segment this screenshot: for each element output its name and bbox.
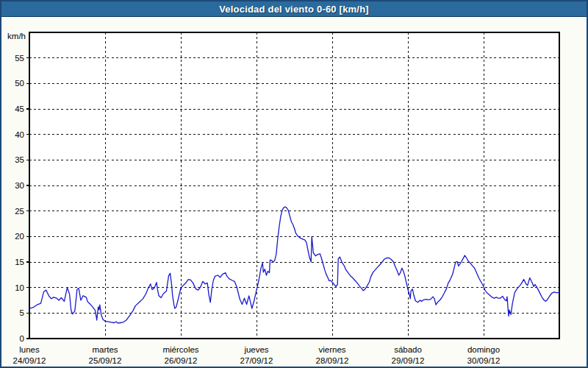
y-tick-label: 40 — [15, 130, 24, 139]
y-tick-label: 55 — [15, 54, 24, 63]
x-axis-date-label: 26/09/12 — [165, 356, 198, 365]
y-tick-label: 10 — [15, 283, 24, 292]
y-tick-label: 35 — [15, 155, 24, 164]
y-axis-unit-label: km/h — [7, 32, 26, 40]
y-tick-label: 5 — [20, 308, 24, 317]
y-tick-label: 20 — [15, 232, 24, 241]
window-title: Velocidad del viento 0-60 [km/h] — [219, 4, 369, 15]
y-tick-label: 0 — [20, 334, 24, 343]
x-axis-day-label: lunes — [19, 345, 40, 354]
y-tick-label: 50 — [15, 79, 24, 88]
wind-speed-chart: 0510152025303540455055km/hlunes24/09/12m… — [1, 17, 587, 367]
y-tick-label: 45 — [15, 105, 24, 113]
x-axis-date-label: 27/09/12 — [240, 356, 273, 365]
x-axis-date-label: 29/09/12 — [392, 356, 425, 365]
x-axis-day-label: sábado — [394, 345, 422, 354]
x-axis-day-label: martes — [92, 345, 118, 354]
y-tick-label: 30 — [15, 181, 24, 190]
x-axis-date-label: 24/09/12 — [13, 356, 46, 365]
x-axis-day-label: miércoles — [162, 345, 198, 354]
y-tick-label: 15 — [15, 258, 24, 266]
x-axis-day-label: viernes — [318, 345, 345, 354]
x-axis-day-label: domingo — [467, 345, 500, 354]
window-titlebar: Velocidad del viento 0-60 [km/h] — [1, 1, 587, 17]
chart-container: 0510152025303540455055km/hlunes24/09/12m… — [1, 17, 587, 367]
x-axis-date-label: 28/09/12 — [316, 356, 349, 365]
x-axis-date-label: 30/09/12 — [467, 356, 501, 365]
x-axis-date-label: 25/09/12 — [89, 356, 122, 365]
x-axis-day-label: jueves — [243, 345, 268, 354]
y-tick-label: 25 — [15, 207, 24, 216]
app-window: Velocidad del viento 0-60 [km/h] 0510152… — [0, 0, 588, 368]
